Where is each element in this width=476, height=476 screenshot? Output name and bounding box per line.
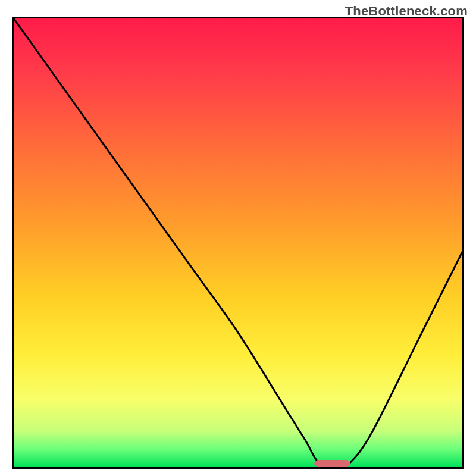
- plot-area: [12, 17, 464, 469]
- bottleneck-figure: TheBottleneck.com: [0, 0, 476, 476]
- bottleneck-curve: [14, 18, 462, 467]
- plot-overlay: [14, 18, 462, 467]
- optimal-range-marker: [314, 460, 350, 467]
